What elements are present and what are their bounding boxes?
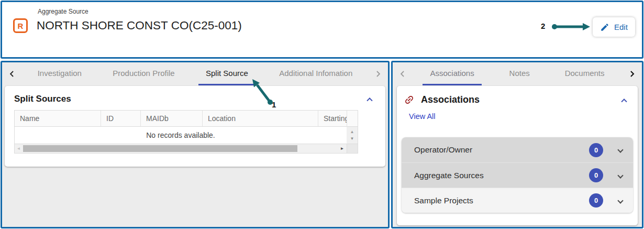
pencil-icon (600, 23, 609, 32)
tabs-next-button[interactable] (368, 62, 388, 85)
empty-records-message: No records available. (15, 127, 347, 144)
horizontal-scrollbar-thumb[interactable] (23, 145, 297, 152)
right-tabs: Associations Notes Documents (413, 62, 622, 85)
associations-accordion: Operator/Owner 0 Aggregate Sources 0 Sam… (402, 137, 633, 213)
accordion-label: Operator/Owner (414, 145, 589, 155)
r-badge-letter: R (18, 21, 24, 30)
column-header-maidb[interactable]: MAIDb (141, 111, 203, 126)
chevron-left-icon (7, 69, 17, 79)
right-tabstrip: Associations Notes Documents (393, 62, 642, 85)
split-sources-card: Split Sources Name ID MAIDb Location Sta… (5, 86, 385, 167)
header-card: Aggregate Source R NORTH SHORE CONST CO(… (1, 1, 643, 59)
table-body: No records available. ▲ ▼ (15, 127, 358, 144)
horizontal-scrollbar[interactable]: ◄ ► (15, 144, 358, 153)
scroll-down-icon[interactable]: ▼ (350, 136, 354, 141)
table-header-corner (347, 111, 358, 126)
accordion-row-operator-owner[interactable]: Operator/Owner 0 (402, 137, 633, 162)
split-sources-table: Name ID MAIDb Location Starting No recor… (14, 110, 358, 154)
count-badge: 0 (589, 168, 603, 182)
view-all-link[interactable]: View All (409, 112, 436, 121)
record-type-label: Aggregate Source (38, 8, 88, 15)
link-icon (404, 94, 415, 105)
chevron-left-icon (397, 69, 408, 79)
table-header-row: Name ID MAIDb Location Starting (15, 111, 358, 127)
detail-panel-left: Investigation Production Profile Split S… (1, 61, 390, 228)
tabs-next-button-right[interactable] (622, 62, 642, 85)
scroll-up-icon[interactable]: ▲ (350, 129, 354, 134)
column-header-name[interactable]: Name (15, 111, 101, 126)
page-title: NORTH SHORE CONST CO(C25-001) (37, 17, 245, 34)
edit-button-label: Edit (614, 23, 628, 31)
column-header-id[interactable]: ID (101, 111, 141, 126)
associations-card: Associations View All Operator/Owner 0 A… (397, 86, 638, 225)
count-badge: 0 (589, 143, 603, 157)
accordion-row-sample-projects[interactable]: Sample Projects 0 (402, 188, 633, 213)
count-badge: 0 (589, 193, 603, 208)
expand-chevron-down-icon[interactable] (617, 198, 623, 203)
tab-production-profile[interactable]: Production Profile (105, 62, 182, 85)
accordion-row-aggregate-sources[interactable]: Aggregate Sources 0 (402, 162, 633, 188)
expand-chevron-down-icon[interactable] (617, 147, 623, 152)
collapse-chevron-up-icon[interactable] (367, 97, 372, 103)
edit-button[interactable]: Edit (593, 17, 635, 37)
tabs-prev-button[interactable] (2, 62, 22, 85)
column-header-location[interactable]: Location (203, 111, 318, 126)
accordion-label: Aggregate Sources (414, 171, 589, 180)
horizontal-scrollbar-track[interactable] (23, 144, 338, 153)
page: Aggregate Source R NORTH SHORE CONST CO(… (0, 0, 644, 229)
left-tabstrip: Investigation Production Profile Split S… (2, 62, 388, 85)
scrollbar-corner (347, 144, 358, 153)
tab-split-source[interactable]: Split Source (198, 62, 256, 85)
split-sources-title: Split Sources (14, 94, 368, 104)
scroll-left-icon[interactable]: ◄ (15, 146, 23, 151)
collapse-chevron-up-icon[interactable] (621, 99, 627, 104)
detail-panel-right: Associations Notes Documents Association… (391, 61, 643, 228)
tab-additional-information[interactable]: Additional Infomation (272, 62, 360, 85)
vertical-scrollbar[interactable]: ▲ ▼ (347, 127, 358, 144)
scroll-right-icon[interactable]: ► (338, 146, 347, 151)
tab-investigation[interactable]: Investigation (30, 62, 89, 85)
chevron-right-icon (627, 69, 637, 79)
tab-documents[interactable]: Documents (558, 62, 612, 85)
associations-header: Associations (397, 86, 638, 107)
column-header-starting[interactable]: Starting (318, 111, 347, 126)
r-badge-icon: R (13, 18, 28, 33)
split-sources-header: Split Sources (5, 86, 385, 110)
expand-chevron-down-icon[interactable] (617, 172, 623, 178)
tabs-prev-button-right[interactable] (393, 62, 413, 85)
tab-notes[interactable]: Notes (502, 62, 537, 85)
tab-associations[interactable]: Associations (423, 62, 481, 85)
associations-title: Associations (421, 94, 622, 105)
chevron-right-icon (373, 69, 383, 79)
accordion-label: Sample Projects (414, 196, 589, 205)
left-tabs: Investigation Production Profile Split S… (22, 62, 368, 85)
